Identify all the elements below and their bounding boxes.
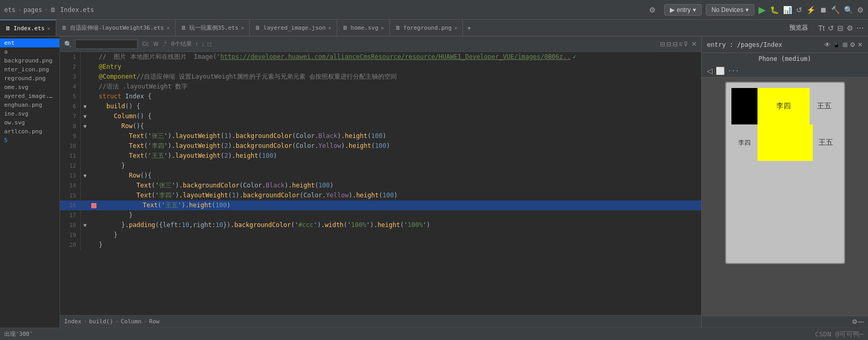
line-fold-20 [81,240,89,250]
code-line-12: 12 } [60,161,701,171]
bc-pages[interactable]: pages [23,6,42,14]
editor-tabs: 🗎 Index.ets ✕ 🗎 自适应伸缩-layoutWeight36.ets… [0,20,868,36]
search-select-all-btn[interactable]: □ [207,41,211,48]
no-devices-label: No Devices [712,6,743,14]
line-num-5: 5 [60,92,81,102]
preview-panel-settings[interactable]: ⚙ [850,41,855,48]
regex-btn[interactable]: .* [162,41,168,47]
search-input[interactable] [75,40,138,49]
bc-column[interactable]: Column [121,318,142,325]
line-fold-17 [81,210,89,220]
search-prev-btn[interactable]: ↑ [195,41,198,48]
tab-index-ets[interactable]: 🗎 Index.ets ✕ [0,20,56,36]
tabs-overflow-menu[interactable]: ▾ [463,20,475,36]
filter-preview-icon[interactable]: ⊟ [837,24,843,32]
line-content-16: Text('王五').height(100) [89,200,230,210]
bc-row[interactable]: Row [149,318,160,325]
line-fold-6[interactable]: ▼ [81,102,89,111]
line-fold-8[interactable]: ▼ [81,121,89,131]
preview-bottom-settings[interactable]: ⚙ [852,318,858,325]
tab-layoutweight[interactable]: 🗎 自适应伸缩-layoutWeight36.ets ✕ [56,20,176,36]
line-content-17: } [89,210,132,220]
sidebar-item-bg[interactable]: background.png [0,56,59,65]
reload-icon[interactable]: ↺ [796,6,802,14]
preview-more-icon[interactable]: ⋯ [857,24,864,32]
tab-close-hs-icon[interactable]: ✕ [381,25,384,31]
case-sensitive-btn[interactable]: Cc [141,41,150,47]
search-sort-icon[interactable]: ≡ [679,41,682,48]
sidebar-item-ine[interactable]: ine.svg [0,109,59,118]
bc-build[interactable]: build() [89,318,113,325]
preview-settings-icon[interactable]: ⚙ [847,24,853,32]
search-opt3[interactable]: ⊟ [673,41,678,48]
run-button[interactable]: ▶ [759,4,766,16]
sidebar-item-nter[interactable]: nter_icon.png [0,65,59,74]
sidebar-item-5[interactable]: 5 [0,136,59,145]
tab-layered-json[interactable]: 🗎 layered_image.json ✕ [250,20,337,36]
line-fold-7[interactable]: ▼ [81,111,89,121]
entry-selector[interactable]: ▶ entry ▾ [664,4,702,16]
status-message: 出现'300' [4,330,33,338]
sidebar-item-home[interactable]: ome.svg [0,83,59,92]
line-fold-13[interactable]: ▼ [81,171,89,181]
whole-word-btn[interactable]: W [152,41,160,47]
more-settings-icon[interactable]: ⚙ [857,6,864,14]
sidebar-item-ent[interactable]: ent [0,39,59,47]
profile-icon[interactable]: 📊 [783,6,792,14]
line-num-7: 7 [60,111,81,121]
tab-home-svg[interactable]: 🗎 home.svg ✕ [337,20,390,36]
tab-close-lj-icon[interactable]: ✕ [328,25,332,31]
tab-close-c35-icon[interactable]: ✕ [241,25,244,31]
bc-ets[interactable]: ets [4,6,16,14]
line-content-7: Column() { [89,111,152,121]
search-next-btn[interactable]: ↓ [201,41,204,48]
sidebar-item-artlcon[interactable]: artlcon.png [0,127,59,136]
search-toolbar-icon[interactable]: 🔍 [844,6,853,14]
refresh-preview-icon[interactable]: ↺ [828,24,834,32]
sidebar-item-enghuan[interactable]: enghuan.png [0,100,59,109]
no-devices-selector[interactable]: No Devices ▾ [706,4,754,16]
font-size-icon[interactable]: Tt [818,24,825,32]
bc-file[interactable]: 🗎 Index.ets [50,6,94,14]
line-fold-18[interactable]: ▼ [81,220,89,230]
preview-back-icon[interactable]: ◁ [707,67,713,75]
line-fold-9 [81,131,89,141]
debug-icon[interactable]: 🐛 [770,6,779,14]
bc-index[interactable]: Index [64,318,81,325]
devices-chevron-icon: ▾ [745,6,749,14]
preview-close-icon[interactable]: ✕ [858,41,863,48]
line-num-8: 8 [60,121,81,131]
preview-bottom-more[interactable]: — [858,318,864,325]
code-line-9: 9 Text('张三').layoutWeight(1).backgroundC… [60,131,701,141]
sidebar-item-ow[interactable]: ow.svg [0,118,59,127]
tab-case35[interactable]: 🗎 玩一玩案例35.ets ✕ [176,20,250,36]
code-editor: 🔍 Cc W .* 0个结果 ↑ ↓ □ ⊟ ⊟ ⊟ ≡ ⊽ ✕ [60,36,701,328]
line-num-16: 16 [60,200,81,210]
preview-tb-more[interactable]: ··· [728,67,739,74]
search-opt2[interactable]: ⊟ [666,41,671,48]
build-icon[interactable]: 🔨 [831,6,840,14]
settings-icon[interactable]: ⚙ [645,3,660,17]
search-opt1[interactable]: ⊟ [660,41,665,48]
sidebar-item-fg[interactable]: reground.png [0,74,59,83]
tab-foreground[interactable]: 🗎 foreground.png ✕ [390,20,463,36]
hot-reload-icon[interactable]: ⚡ [806,6,815,14]
preview-device-icon[interactable]: 📱 [833,41,840,48]
search-close-btn[interactable]: ✕ [691,40,697,48]
preview-tablet-icon[interactable]: ⬜ [716,67,725,75]
stop-icon[interactable]: ⏹ [820,6,827,14]
sidebar-item-a[interactable]: a [0,47,59,56]
code-lines: 1 // 图片 本地图片和在线图片 Image('https://develop… [60,52,701,250]
tab-close-lw-icon[interactable]: ✕ [166,25,169,31]
sidebar-item-layered[interactable]: ayered_image.json [0,92,59,100]
tab-label: Index.ets [14,25,45,32]
preview-grid-icon[interactable]: ⊞ [842,41,848,48]
line-content-6: build() { [89,102,140,111]
search-filter-icon[interactable]: ⊽ [683,41,688,48]
cell-wangwu-row2: 王五 [813,124,839,161]
tab-close-icon[interactable]: ✕ [47,26,51,31]
tab-close-fg-icon[interactable]: ✕ [454,25,457,31]
preview-eye-icon[interactable]: 👁 [824,41,830,48]
code-container[interactable]: 1 // 图片 本地图片和在线图片 Image('https://develop… [60,52,701,315]
preview-toolbar-icons: Tt ↺ ⊟ ⚙ ⋯ [814,20,868,36]
